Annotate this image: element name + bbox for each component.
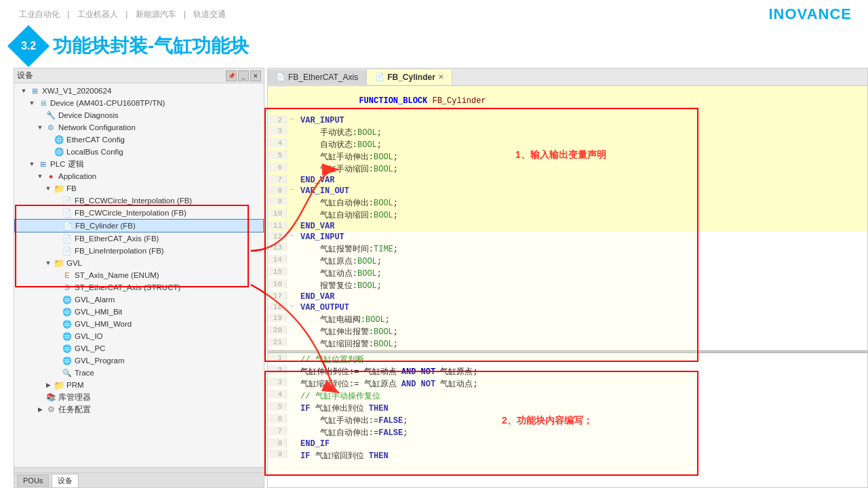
tree-arrow-io — [52, 332, 60, 340]
tree-item-device[interactable]: ▼ 🖥 Device (AM401-CPU1608TP/TN) — [14, 97, 264, 109]
tree-item-fb-cyl[interactable]: 📄 FB_Cylinder (FB) — [14, 219, 264, 232]
tree-label-trace: Trace — [75, 369, 94, 377]
tree-item-gvl-alarm[interactable]: 🌐 GVL_Alarm — [14, 293, 264, 306]
lower-line-9: 9 IF 气缸缩回到位 THEN — [268, 449, 867, 462]
tree-arrow-dd — [36, 111, 44, 119]
tree-label-fb-ccw: FB_CCWCircle_Interpolation (FB) — [75, 197, 192, 205]
tree-item-gvl-hmiword[interactable]: 🌐 GVL_HMI_Word — [14, 318, 264, 330]
tree-item-lib[interactable]: 📚 库管理器 — [14, 391, 264, 403]
tree-label-fb-folder: FB — [66, 184, 77, 192]
panel-pin-icon[interactable]: 📌 — [226, 70, 237, 81]
tree-item-plc[interactable]: ▼ ⊞ PLC 逻辑 — [14, 158, 264, 170]
tree-item-ethercat[interactable]: 🌐 EtherCAT Config — [14, 134, 264, 146]
diag-icon: 🔧 — [45, 110, 56, 121]
code-section-upper[interactable]: FUNCTION_BLOCK FB_Cylinder 2 − VAR_INPUT… — [268, 86, 867, 350]
fb-cyl-icon: 📄 — [62, 220, 73, 231]
code-line-10: 10 气缸自动缩回:BOOL; — [268, 209, 867, 221]
tree-item-fb-line[interactable]: 📄 FB_LineInterpolation (FB) — [14, 245, 264, 257]
code-line-6: 6 气缸手动缩回:BOOL; — [268, 163, 867, 175]
tree-item-gvl-prog[interactable]: 🌐 GVL_Program — [14, 354, 264, 367]
tree-item-fb-eth[interactable]: 📄 FB_EtherCAT_Axis (FB) — [14, 232, 264, 245]
var-input-block-2: 12 − VAR_INPUT 13 气缸报警时间:TIME; 14 气缸原点:B… — [268, 232, 867, 302]
tree-arrow-fbeth — [52, 235, 60, 243]
tree-item-fb-cw[interactable]: 📄 FB_CWCircle_Interpolation (FB) — [14, 207, 264, 219]
tree-label-gvl-pc: GVL_PC — [75, 344, 105, 352]
code-line-11: 11 END_VAR — [268, 221, 867, 232]
prm-folder-icon: 📁 — [54, 380, 64, 390]
tab-pous[interactable]: POUs — [17, 474, 49, 487]
annotation-1: 1、输入输出变量声明 — [515, 149, 606, 161]
tree-arrow-pc — [52, 344, 60, 352]
panel-close-icon[interactable]: ✕ — [250, 70, 261, 81]
panel-title: 设备 — [17, 70, 223, 81]
tree-item-st-axis[interactable]: E ST_Axis_Name (ENUM) — [14, 269, 264, 281]
code-line-3: 3 手动状态:BOOL; — [268, 126, 867, 138]
tree-arrow-ethercat — [44, 136, 52, 144]
code-line-19: 19 气缸电磁阀:BOOL; — [268, 313, 867, 325]
tree-item-fb-folder[interactable]: ▼ 📁 FB — [14, 182, 264, 195]
fb-cw-icon: 📄 — [62, 207, 73, 218]
tree-item-task[interactable]: ▶ ⚙ 任务配置 — [14, 403, 264, 415]
task-icon: ⚙ — [45, 404, 56, 415]
lower-line-5: 5 IF 气缸伸出到位 THEN — [268, 402, 867, 414]
tree-container[interactable]: ▼ ⊞ XWJ_V1_20200624 ▼ 🖥 Device (AM401-CP… — [14, 83, 264, 467]
enum-icon: E — [62, 270, 73, 281]
tree-item-dd[interactable]: 🔧 Device Diagnosis — [14, 109, 264, 121]
tree-item-trace[interactable]: 🔍 Trace — [14, 367, 264, 379]
tab-cylinder[interactable]: 📄 FB_Cylinder ✕ — [367, 70, 452, 85]
tree-label-app: Application — [58, 172, 96, 180]
top-bar: 工业自动化 | 工业机器人 | 新能源汽车 | 轨道交通 INOVANCE — [0, 0, 868, 26]
tab-ethercat-label: FB_EtherCAT_Axis — [288, 73, 358, 82]
tree-arrow-hmiword — [52, 320, 60, 328]
struct-icon: S — [62, 282, 73, 293]
fb-eth-icon: 📄 — [62, 233, 73, 244]
code-line-15: 15 气缸动点:BOOL; — [268, 267, 867, 279]
tree-label-gvl-hmibit: GVL_HMI_Bit — [75, 308, 122, 316]
tab-cylinder-close[interactable]: ✕ — [438, 73, 443, 81]
net-icon: ⚙ — [45, 122, 56, 133]
tree-item-nc[interactable]: ▼ ⚙ Network Configuration — [14, 121, 264, 134]
tree-arrow-steth — [52, 283, 60, 291]
code-section-lower[interactable]: 1 // 气缸位置判断 2 气缸伸出到位:= 气缸动点 AND NOT 气缸原点… — [268, 353, 867, 462]
tree-label-ethercat: EtherCAT Config — [66, 136, 125, 144]
tree-scrollbar[interactable] — [14, 467, 264, 472]
tree-label-st-eth: ST_EtherCAT_Axis (STRUCT) — [75, 283, 180, 291]
logo: INOVANCE — [769, 5, 852, 23]
code-line-21: 21 气缸缩回报警:BOOL; — [268, 338, 867, 350]
tree-label-gvl-io: GVL_IO — [75, 332, 103, 340]
tree-item-gvl-folder[interactable]: ▼ 📁 GVL — [14, 257, 264, 269]
lib-icon: 📚 — [45, 392, 56, 403]
tree-label-lib: 库管理器 — [58, 392, 91, 403]
tree-item-gvl-pc[interactable]: 🌐 GVL_PC — [14, 342, 264, 354]
code-line-func: FUNCTION_BLOCK FB_Cylinder — [268, 86, 867, 115]
tree-item-gvl-io[interactable]: 🌐 GVL_IO — [14, 330, 264, 342]
plc-icon: ⊞ — [29, 85, 40, 96]
tree-arrow-xwj: ▼ — [20, 87, 28, 95]
tree-label-task: 任务配置 — [58, 405, 91, 415]
panel-minimize-icon[interactable]: _ — [238, 70, 249, 81]
tree-item-app[interactable]: ▼ ● Application — [14, 170, 264, 182]
tree-arrow-fb: ▼ — [44, 184, 52, 192]
code-line-13: 13 气缸报警时间:TIME; — [268, 243, 867, 255]
tab-ethercat[interactable]: 📄 FB_EtherCAT_Axis — [268, 70, 367, 85]
tree-arrow-task: ▶ — [36, 405, 44, 413]
var-output-block: 18 − VAR_OUTPUT 19 气缸电磁阀:BOOL; 20 气缸伸出报警… — [268, 302, 867, 350]
tree-item-st-eth[interactable]: S ST_EtherCAT_Axis (STRUCT) — [14, 281, 264, 293]
tree-arrow-hmibit — [52, 308, 60, 316]
code-line-20: 20 气缸伸出报警:BOOL; — [268, 325, 867, 338]
panel-bottom-tabs: POUs 设备 — [14, 472, 264, 487]
ethercat-icon: 🌐 — [54, 134, 64, 145]
tree-item-xwj[interactable]: ▼ ⊞ XWJ_V1_20200624 — [14, 85, 264, 97]
fb-folder-icon: 📁 — [54, 183, 64, 194]
tree-arrow-fbcyl — [53, 222, 61, 230]
tree-label-gvl-alarm: GVL_Alarm — [75, 296, 115, 304]
tree-item-gvl-hmibit[interactable]: 🌐 GVL_HMI_Bit — [14, 306, 264, 318]
tree-arrow-staxis — [52, 271, 60, 279]
tab-device[interactable]: 设备 — [52, 474, 79, 487]
tree-item-localbus[interactable]: 🌐 LocalBus Config — [14, 146, 264, 158]
gvl-folder-icon: 📁 — [54, 258, 64, 268]
tree-item-fb-ccw[interactable]: 📄 FB_CCWCircle_Interpolation (FB) — [14, 195, 264, 207]
tree-item-prm[interactable]: ▶ 📁 PRM — [14, 379, 264, 391]
breadcrumb: 工业自动化 | 工业机器人 | 新能源汽车 | 轨道交通 — [16, 9, 229, 20]
title-section: 3.2 功能块封装-气缸功能块 — [0, 26, 868, 68]
